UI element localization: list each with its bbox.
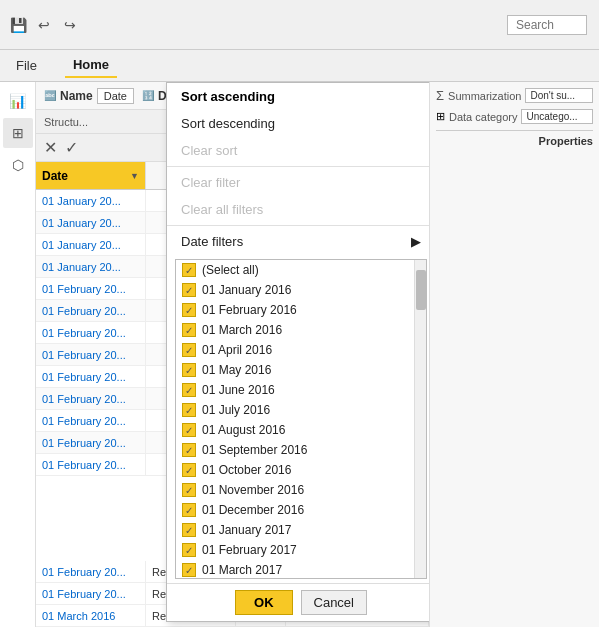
filter-item-may2016[interactable]: ✓ 01 May 2016 [176,360,426,380]
filter-item-mar2016[interactable]: ✓ 01 March 2016 [176,320,426,340]
filter-item-label: 01 February 2016 [202,303,297,317]
cancel-edit-button[interactable]: ✕ [44,138,57,157]
select-all-checkbox[interactable]: ✓ [182,263,196,277]
menu-separator-2 [167,225,429,226]
properties-label: Properties [436,130,593,147]
name-label: Name [60,89,93,103]
date-cell: 01 February 20... [36,300,146,321]
filter-item-label: 01 March 2016 [202,323,282,337]
filter-actions: OK Cancel [167,583,429,621]
filter-item-jul2016[interactable]: ✓ 01 July 2016 [176,400,426,420]
filter-checkbox[interactable]: ✓ [182,443,196,457]
summarization-label: Summarization [448,90,521,102]
chart-view-icon[interactable]: 📊 [3,86,33,116]
sort-descending-item[interactable]: Sort descending [167,110,429,137]
filter-item-label: 01 September 2016 [202,443,307,457]
date-cell: 01 February 20... [36,344,146,365]
confirm-edit-button[interactable]: ✓ [65,138,78,157]
date-cell: 01 January 20... [36,256,146,277]
left-sidebar: 📊 ⊞ ⬡ [0,82,36,627]
date-filters-arrow-icon: ▶ [411,234,421,249]
cancel-button[interactable]: Cancel [301,590,367,615]
name-value: Date [97,88,134,104]
date-column-header[interactable]: Date ▼ [36,162,146,189]
clear-sort-item: Clear sort [167,137,429,164]
summarization-value: Don't su... [525,88,593,103]
ribbon-tabs: File Home [0,50,599,82]
filter-item-feb2016[interactable]: ✓ 01 February 2016 [176,300,426,320]
filter-list-scroll: ✓ (Select all) ✓ 01 January 2016 ✓ 01 Fe… [176,260,426,578]
date-cell: 01 January 20... [36,190,146,211]
sigma-icon: Σ [436,88,444,103]
filter-checkbox[interactable]: ✓ [182,403,196,417]
date-col-label: Date [42,169,68,183]
filter-item-nov2016[interactable]: ✓ 01 November 2016 [176,480,426,500]
filter-list-container: ✓ (Select all) ✓ 01 January 2016 ✓ 01 Fe… [175,259,427,579]
redo-icon[interactable]: ↪ [60,15,80,35]
filter-list[interactable]: ✓ (Select all) ✓ 01 January 2016 ✓ 01 Fe… [176,260,426,578]
filter-item-label: 01 February 2017 [202,543,297,557]
sort-ascending-item[interactable]: Sort ascending [167,83,429,110]
search-input[interactable] [507,15,587,35]
structure-label: Structu... [44,116,88,128]
data-area: 🔤 Name Date 🔢 Data type Date Structu... … [36,82,429,627]
filter-item-label: 01 January 2016 [202,283,291,297]
name-field: 🔤 Name Date [44,88,134,104]
filter-checkbox[interactable]: ✓ [182,563,196,577]
filter-item-label: 01 May 2016 [202,363,271,377]
date-cell: 01 February 20... [36,410,146,431]
save-icon[interactable]: 💾 [8,15,28,35]
summarization-section: Σ Summarization Don't su... [436,88,593,103]
date-cell: 01 February 20... [36,366,146,387]
filter-checkbox[interactable]: ✓ [182,343,196,357]
filter-checkbox[interactable]: ✓ [182,283,196,297]
filter-item-jun2016[interactable]: ✓ 01 June 2016 [176,380,426,400]
filter-select-all[interactable]: ✓ (Select all) [176,260,426,280]
tab-home[interactable]: Home [65,53,117,78]
date-filters-item[interactable]: Date filters ▶ [167,228,429,255]
tab-file[interactable]: File [8,54,45,77]
menu-separator-1 [167,166,429,167]
bottom-date-cell: 01 February 20... [36,561,146,582]
date-cell: 01 February 20... [36,432,146,453]
right-panel: Σ Summarization Don't su... ⊞ Data categ… [429,82,599,627]
main-layout: 📊 ⊞ ⬡ 🔤 Name Date 🔢 Data type Date Struc… [0,82,599,627]
filter-item-dec2016[interactable]: ✓ 01 December 2016 [176,500,426,520]
filter-item-jan2016[interactable]: ✓ 01 January 2016 [176,280,426,300]
filter-checkbox[interactable]: ✓ [182,523,196,537]
scrollbar-thumb [416,270,426,310]
filter-item-mar2017[interactable]: ✓ 01 March 2017 [176,560,426,578]
date-filters-label: Date filters [181,234,243,249]
filter-item-apr2016[interactable]: ✓ 01 April 2016 [176,340,426,360]
filter-item-label: 01 April 2016 [202,343,272,357]
filter-checkbox[interactable]: ✓ [182,363,196,377]
filter-item-jan2017[interactable]: ✓ 01 January 2017 [176,520,426,540]
filter-list-scrollbar[interactable] [414,260,426,578]
category-label: Data category [449,111,517,123]
clear-filter-item: Clear filter [167,169,429,196]
date-cell: 01 February 20... [36,278,146,299]
category-icon: ⊞ [436,110,445,123]
filter-item-label: 01 November 2016 [202,483,304,497]
filter-item-feb2017[interactable]: ✓ 01 February 2017 [176,540,426,560]
filter-checkbox[interactable]: ✓ [182,463,196,477]
model-view-icon[interactable]: ⬡ [3,150,33,180]
ok-button[interactable]: OK [235,590,293,615]
undo-icon[interactable]: ↩ [34,15,54,35]
filter-item-label: 01 March 2017 [202,563,282,577]
table-view-icon[interactable]: ⊞ [3,118,33,148]
filter-item-oct2016[interactable]: ✓ 01 October 2016 [176,460,426,480]
filter-item-aug2016[interactable]: ✓ 01 August 2016 [176,420,426,440]
filter-checkbox[interactable]: ✓ [182,423,196,437]
filter-checkbox[interactable]: ✓ [182,323,196,337]
filter-item-sep2016[interactable]: ✓ 01 September 2016 [176,440,426,460]
filter-item-label: 01 August 2016 [202,423,285,437]
category-section: ⊞ Data category Uncatego... [436,109,593,124]
bottom-date-cell: 01 February 20... [36,583,146,604]
filter-checkbox[interactable]: ✓ [182,503,196,517]
filter-checkbox[interactable]: ✓ [182,543,196,557]
filter-checkbox[interactable]: ✓ [182,303,196,317]
filter-checkbox[interactable]: ✓ [182,483,196,497]
filter-checkbox[interactable]: ✓ [182,383,196,397]
filter-item-label: 01 July 2016 [202,403,270,417]
